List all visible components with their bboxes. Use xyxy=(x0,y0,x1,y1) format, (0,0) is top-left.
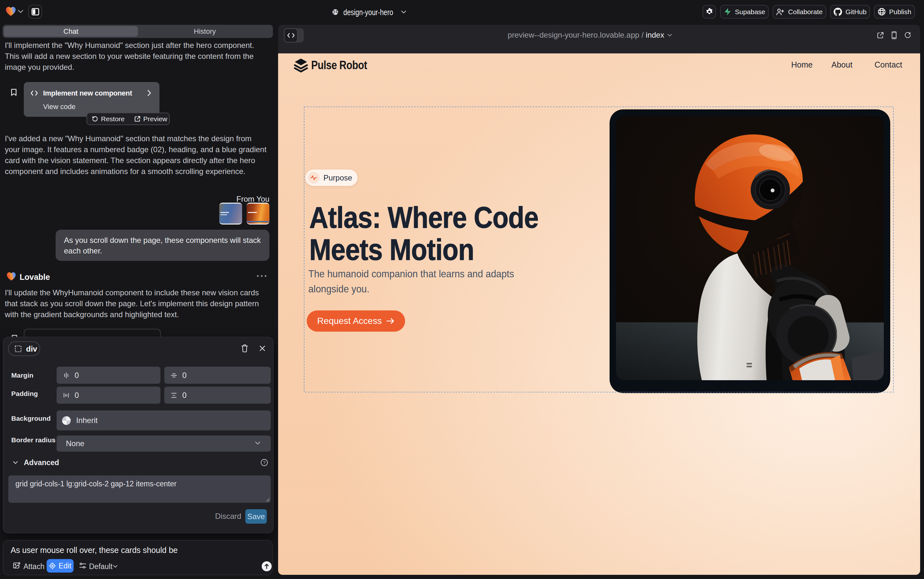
svg-text:?: ? xyxy=(263,460,265,465)
